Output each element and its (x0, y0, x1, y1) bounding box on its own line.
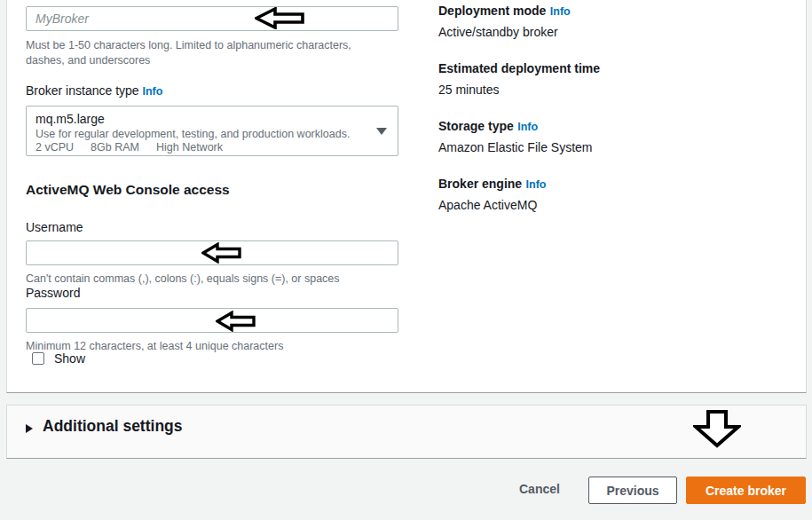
additional-settings-title: Additional settings (43, 417, 183, 436)
summary-row: Storage type Info (438, 118, 538, 134)
password-input[interactable] (26, 308, 398, 333)
console-access-heading: ActiveMQ Web Console access (26, 182, 230, 198)
broker-name-input[interactable] (26, 6, 398, 31)
instance-type-info-link[interactable]: Info (143, 85, 163, 98)
summary-row: Deployment mode Info (438, 3, 571, 19)
cancel-button[interactable]: Cancel (519, 482, 560, 496)
show-password-label: Show (54, 351, 85, 366)
show-password-checkbox[interactable] (32, 352, 44, 365)
instance-type-specs: 2 vCPU 8Gb RAM High Network (35, 141, 371, 154)
username-input[interactable] (26, 240, 398, 265)
instance-type-value: mq.m5.large (35, 112, 371, 127)
instance-type-label: Broker instance type Info (26, 83, 162, 98)
summary-row: Broker engine Info (438, 176, 547, 192)
deployment-mode-label: Deployment mode (438, 4, 546, 18)
deployment-time-value: 25 minutes (438, 83, 499, 97)
broker-engine-label: Broker engine (438, 177, 522, 191)
create-broker-form-card: Must be 1-50 characters long. Limited to… (6, 0, 807, 393)
expand-triangle-icon (26, 424, 33, 433)
deployment-time-label: Estimated deployment time (438, 61, 600, 75)
storage-type-label: Storage type (438, 119, 514, 133)
deployment-mode-info-link[interactable]: Info (550, 5, 571, 18)
chevron-down-icon (376, 128, 387, 135)
broker-name-helper: Must be 1-50 characters long. Limited to… (26, 38, 385, 68)
storage-type-value: Amazon Elastic File System (438, 140, 593, 154)
storage-type-info-link[interactable]: Info (517, 121, 538, 133)
deployment-mode-value: Active/standby broker (438, 25, 558, 39)
username-helper: Can't contain commas (,), colons (:), eq… (26, 272, 398, 287)
instance-type-select[interactable]: mq.m5.large Use for regular development,… (26, 106, 398, 156)
create-broker-button[interactable]: Create broker (686, 477, 806, 504)
username-label: Username (26, 220, 83, 234)
broker-engine-value: Apache ActiveMQ (438, 198, 537, 212)
instance-type-description: Use for regular development, testing, an… (35, 128, 371, 140)
broker-engine-info-link[interactable]: Info (526, 178, 547, 191)
previous-button[interactable]: Previous (588, 477, 677, 504)
summary-row: Estimated deployment time (438, 60, 600, 76)
additional-settings-section[interactable]: Additional settings (6, 405, 807, 459)
password-label: Password (26, 286, 80, 300)
